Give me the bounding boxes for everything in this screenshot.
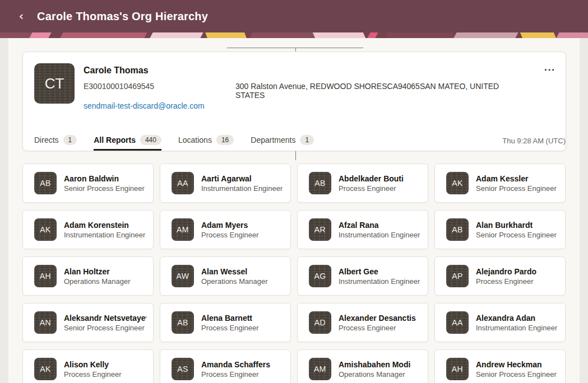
avatar: AB — [172, 311, 194, 334]
avatar: AB — [309, 172, 331, 194]
tab-label: Departments — [251, 136, 295, 144]
tab-label: Directs — [34, 136, 59, 144]
employee-title: Operations Manager — [64, 277, 131, 286]
banner-shape — [385, 32, 456, 38]
avatar: AW — [172, 265, 194, 287]
employee-card[interactable]: AB Abdelkader Bouti Process Engineer — [297, 164, 428, 203]
app-header: ‹ Carole Thomas's Org Hierarchy — [0, 0, 588, 32]
employee-name: Adam Kessler — [476, 174, 557, 183]
banner-shape — [148, 32, 205, 38]
employee-name: Afzal Rana — [339, 221, 420, 230]
avatar: AD — [309, 311, 331, 334]
employee-name: Alan Wessel — [201, 267, 268, 276]
employee-card[interactable]: AS Amanda Schaffers Process Engineer — [160, 349, 291, 383]
employee-card[interactable]: AG Albert Gee Instrumentation Engineer — [297, 256, 428, 296]
avatar: AR — [309, 218, 331, 241]
tab-count-badge: 16 — [216, 135, 234, 145]
employee-name: Alexandra Adan — [476, 314, 557, 323]
employee-title: Operations Manager — [339, 370, 410, 379]
employee-name: Aarti Agarwal — [201, 174, 283, 183]
employee-title: Process Engineer — [201, 231, 259, 239]
employee-title: Instrumentation Engineer — [476, 324, 557, 332]
employee-card[interactable]: AH Andrew Heckman Senior Process Enginee… — [434, 349, 566, 383]
more-actions-icon[interactable]: ··· — [544, 64, 555, 76]
employee-name: Alison Kelly — [64, 360, 122, 369]
employee-name: Abdelkader Bouti — [339, 174, 404, 183]
avatar: AM — [309, 358, 331, 380]
manager-profile-card: CT Carole Thomas E300100010469545 300 Ra… — [22, 52, 566, 151]
employee-title: Instrumentation Engineer — [201, 184, 283, 193]
avatar: AH — [34, 265, 57, 287]
tab-directs[interactable]: Directs 1 — [34, 132, 77, 151]
employee-card[interactable]: AB Alena Barnett Process Engineer — [160, 303, 291, 342]
tab-departments[interactable]: Departments 1 — [251, 132, 314, 151]
avatar: AH — [446, 358, 469, 380]
tab-count-badge: 1 — [63, 135, 77, 145]
employee-card[interactable]: AB Alan Burkhardt Senior Process Enginee… — [434, 210, 566, 249]
all-reports-grid: AB Aaron Baldwin Senior Process Engineer… — [22, 164, 566, 383]
employee-title: Process Engineer — [339, 324, 416, 332]
tab-locations[interactable]: Locations 16 — [178, 132, 234, 151]
local-time: Thu 9:28 AM (UTC) — [502, 137, 566, 145]
employee-card[interactable]: AB Aaron Baldwin Senior Process Engineer — [22, 164, 154, 203]
avatar: AS — [172, 358, 194, 380]
employee-card[interactable]: AA Alexandra Adan Instrumentation Engine… — [434, 303, 566, 342]
employee-name: Amanda Schaffers — [201, 360, 270, 369]
employee-title: Senior Process Engineer — [64, 324, 146, 332]
avatar: AP — [446, 265, 469, 287]
banner-shape — [311, 32, 367, 38]
employee-title: Instrumentation Engineer — [339, 231, 420, 239]
banner-shape — [554, 32, 588, 38]
employee-title: Instrumentation Engineer — [339, 277, 420, 286]
employee-title: Senior Process Engineer — [476, 231, 557, 239]
employee-name: Aleksandr Netsvetayev — [64, 314, 146, 323]
employee-card[interactable]: AR Afzal Rana Instrumentation Engineer — [297, 210, 428, 249]
employee-name: Alena Barnett — [201, 314, 259, 323]
banner-shape — [365, 32, 380, 38]
employee-card[interactable]: AN Aleksandr Netsvetayev Senior Process … — [22, 303, 154, 342]
employee-card[interactable]: AA Aarti Agarwal Instrumentation Enginee… — [160, 164, 291, 203]
employee-card[interactable]: AM Amishabahen Modi Operations Manager — [297, 349, 428, 383]
banner-shape — [519, 32, 558, 38]
manager-name: Carole Thomas — [84, 66, 149, 76]
page-title: Carole Thomas's Org Hierarchy — [37, 10, 208, 23]
avatar: AK — [446, 172, 469, 194]
employee-card[interactable]: AK Alison Kelly Process Engineer — [22, 349, 154, 383]
banner-shape — [204, 32, 248, 38]
tab-count-badge: 440 — [140, 135, 161, 145]
employee-title: Instrumentation Engineer — [64, 231, 145, 239]
employee-title: Senior Process Engineer — [476, 370, 557, 379]
tab-count-badge: 1 — [300, 135, 314, 145]
tab-label: All Reports — [94, 136, 136, 144]
decorative-banner — [0, 32, 588, 38]
employee-title: Process Engineer — [64, 370, 122, 379]
avatar: AN — [34, 311, 57, 334]
avatar: AB — [34, 172, 57, 194]
employee-name: Amishabahen Modi — [339, 360, 410, 369]
avatar: AB — [446, 218, 469, 241]
employee-name: Alan Burkhardt — [476, 221, 557, 230]
employee-card[interactable]: AK Adam Korenstein Instrumentation Engin… — [22, 210, 154, 249]
employee-title: Process Engineer — [339, 184, 404, 193]
back-icon[interactable]: ‹ — [13, 8, 29, 24]
employee-card[interactable]: AD Alexander Desanctis Process Engineer — [297, 303, 428, 342]
banner-shape — [248, 32, 322, 38]
tab-label: Locations — [178, 136, 212, 144]
org-connector-bottom — [295, 151, 296, 160]
employee-name: Adam Korenstein — [64, 221, 145, 230]
employee-card[interactable]: AH Alan Holtzer Operations Manager — [22, 256, 154, 296]
employee-name: Aaron Baldwin — [64, 174, 145, 183]
employee-card[interactable]: AM Adam Myers Process Engineer — [160, 210, 291, 249]
email-link[interactable]: sendmail-test-discard@oracle.com — [84, 101, 205, 110]
avatar: AK — [34, 218, 57, 241]
employee-card[interactable]: AW Alan Wessel Operations Manager — [160, 256, 291, 296]
employee-title: Senior Process Engineer — [64, 184, 145, 193]
employee-name: Albert Gee — [339, 267, 420, 276]
employee-card[interactable]: AK Adam Kessler Senior Process Engineer — [434, 164, 566, 203]
employee-title: Process Engineer — [201, 324, 259, 332]
employee-name: Andrew Heckman — [476, 360, 557, 369]
tab-all-reports[interactable]: All Reports 440 — [94, 132, 161, 151]
avatar: AA — [446, 311, 469, 334]
employee-card[interactable]: AP Alejandro Pardo Process Engineer — [434, 256, 566, 296]
employee-title: Operations Manager — [201, 277, 268, 286]
